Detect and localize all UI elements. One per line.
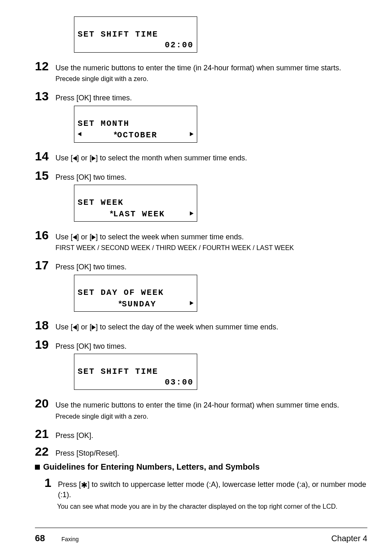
lcd-value: OCTOBER	[117, 130, 157, 140]
lcd-time-value: 02:00	[165, 40, 194, 51]
step-12: 12 Use the numeric buttons to enter the …	[35, 60, 367, 73]
lcd-set-month: SET MONTH *OCTOBER	[74, 106, 367, 143]
step-number: 16	[35, 229, 55, 241]
lcd-set-day-of-week: SET DAY OF WEEK *SUNDAY	[74, 275, 367, 312]
step-number: 22	[35, 445, 55, 458]
step-17: 17 Press [OK] two times.	[35, 259, 367, 272]
step-body: Use the numeric buttons to enter the tim…	[55, 400, 367, 410]
lcd-set-shift-time-start: SET SHIFT TIME 02:00	[74, 16, 367, 53]
step-16-sub: FIRST WEEK / SECOND WEEK / THIRD WEEK / …	[55, 244, 367, 252]
step-number: 1	[43, 477, 57, 489]
step-12-sub: Precede single digit with a zero.	[55, 75, 367, 83]
substep-1-sub: You can see what mode you are in by the …	[57, 502, 367, 511]
step-number: 19	[35, 338, 55, 351]
step-14: 14 Use [] or [] to select the month when…	[35, 150, 367, 163]
substep-1: 1 Press [✱] to switch to uppercase lette…	[43, 477, 367, 500]
step-21: 21 Press [OK].	[35, 428, 367, 440]
subheading-guidelines: Guidelines for Entering Numbers, Letters…	[35, 462, 367, 472]
lcd-time-value: 03:00	[165, 377, 194, 388]
lcd-line1: SET DAY OF WEEK	[78, 288, 164, 297]
step-19: 19 Press [OK] two times.	[35, 338, 367, 351]
step-18: 18 Use [] or [] to select the day of the…	[35, 319, 367, 332]
step-13: 13 Press [OK] three times.	[35, 90, 367, 103]
step-number: 15	[35, 169, 55, 182]
step-body: Press [OK] three times.	[55, 93, 367, 103]
step-number: 17	[35, 259, 55, 271]
step-number: 14	[35, 150, 55, 162]
lcd-value: SUNDAY	[122, 299, 156, 309]
step-body: Press [OK] two times.	[55, 172, 367, 182]
lcd-line1: SET WEEK	[78, 198, 124, 207]
right-arrow-icon	[92, 235, 96, 240]
step-body: Press [OK].	[55, 431, 367, 440]
step-20: 20 Use the numeric buttons to enter the …	[35, 397, 367, 410]
left-arrow-icon	[78, 131, 81, 138]
step-body: Use the numeric buttons to enter the tim…	[55, 63, 367, 73]
lcd-line1: SET SHIFT TIME	[78, 30, 158, 39]
left-arrow-icon	[73, 325, 77, 330]
step-body: Use [] or [] to select the week when sum…	[55, 232, 367, 242]
right-arrow-icon	[92, 325, 96, 330]
step-16: 16 Use [] or [] to select the week when …	[35, 229, 367, 242]
right-arrow-icon	[190, 211, 194, 218]
step-body: Use [] or [] to select the day of the we…	[55, 322, 367, 332]
step-15: 15 Press [OK] two times.	[35, 169, 367, 182]
right-arrow-icon	[92, 156, 96, 161]
step-number: 13	[35, 90, 55, 102]
lcd-value: LAST WEEK	[113, 209, 165, 219]
left-arrow-icon	[73, 235, 77, 240]
step-body: Press [✱] to switch to uppercase letter …	[57, 479, 367, 500]
step-body: Press [Stop/Reset].	[55, 448, 367, 458]
page-footer: 68 Faxing Chapter 4	[35, 528, 367, 544]
step-20-sub: Precede single digit with a zero.	[55, 413, 367, 420]
section-name: Faxing	[61, 536, 78, 542]
step-body: Press [OK] two times.	[55, 262, 367, 272]
step-number: 21	[35, 428, 55, 440]
step-number: 12	[35, 60, 55, 72]
page-number: 68	[35, 533, 45, 544]
step-body: Press [OK] two times.	[55, 341, 367, 351]
lcd-set-week: SET WEEK *LAST WEEK	[74, 185, 367, 222]
lcd-line1: SET MONTH	[78, 119, 129, 128]
star-icon: ✱	[81, 481, 88, 489]
step-number: 20	[35, 397, 55, 410]
step-number: 18	[35, 319, 55, 331]
right-arrow-icon	[190, 300, 194, 307]
lcd-line1: SET SHIFT TIME	[78, 367, 158, 376]
step-22: 22 Press [Stop/Reset].	[35, 445, 367, 458]
lcd-set-shift-time-end: SET SHIFT TIME 03:00	[74, 354, 367, 390]
step-body: Use [] or [] to select the month when su…	[55, 153, 367, 163]
chapter-label: Chapter 4	[331, 534, 367, 543]
square-bullet-icon	[35, 465, 40, 470]
left-arrow-icon	[73, 156, 77, 161]
right-arrow-icon	[190, 131, 194, 138]
